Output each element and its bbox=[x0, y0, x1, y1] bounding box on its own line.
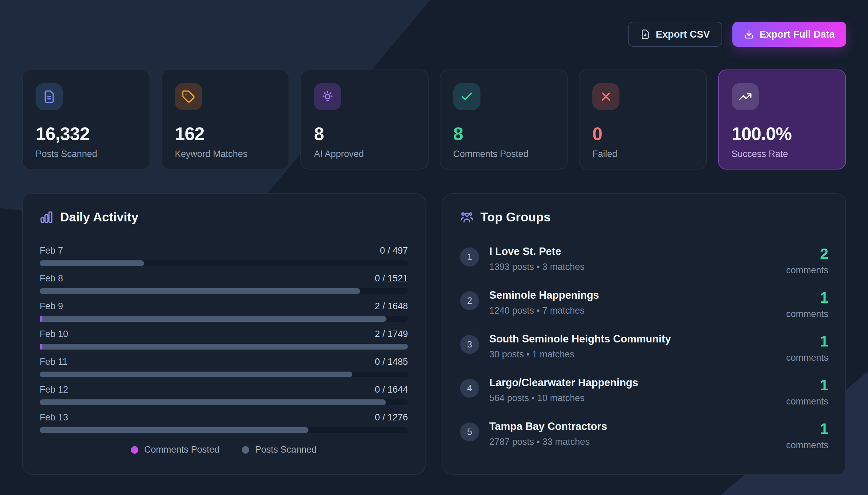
top-group-row: 4 Largo/Clearwater Happenings 564 posts … bbox=[460, 377, 828, 407]
daily-row-header: Feb 13 0 / 1276 bbox=[40, 412, 408, 423]
export-csv-label: Export CSV bbox=[656, 29, 710, 40]
export-full-data-label: Export Full Data bbox=[760, 29, 835, 40]
download-icon bbox=[744, 29, 754, 39]
stat-value: 100.0% bbox=[732, 123, 833, 144]
group-comments: 1 comments bbox=[786, 333, 828, 363]
daily-row-header: Feb 12 0 / 1644 bbox=[40, 385, 408, 395]
group-comments-count: 1 bbox=[786, 421, 828, 437]
rank-badge: 4 bbox=[460, 379, 479, 398]
stat-value: 8 bbox=[314, 123, 415, 144]
stat-card-posts-scanned: 16,332 Posts Scanned bbox=[22, 69, 150, 170]
daily-row-bar-track bbox=[40, 344, 408, 349]
document-icon bbox=[36, 83, 63, 110]
export-full-data-button[interactable]: Export Full Data bbox=[732, 22, 846, 47]
trending-up-icon bbox=[732, 83, 759, 110]
top-groups-title: Top Groups bbox=[480, 210, 551, 224]
daily-row-date: Feb 11 bbox=[40, 357, 67, 367]
daily-row-value: 0 / 497 bbox=[380, 245, 408, 256]
comments-posted-bar bbox=[40, 344, 42, 349]
daily-row-header: Feb 8 0 / 1521 bbox=[40, 273, 408, 284]
stat-card-keyword-matches: 162 Keyword Matches bbox=[161, 69, 290, 170]
group-comments-count: 1 bbox=[786, 289, 828, 306]
tag-icon bbox=[175, 83, 202, 110]
posts-scanned-bar bbox=[40, 316, 387, 322]
daily-row-value: 0 / 1521 bbox=[375, 273, 408, 284]
posts-scanned-bar bbox=[40, 260, 144, 266]
stat-label: Comments Posted bbox=[453, 149, 555, 159]
group-comments: 1 comments bbox=[786, 289, 828, 319]
stat-card-failed: 0 Failed bbox=[579, 69, 707, 170]
daily-row-date: Feb 8 bbox=[40, 273, 63, 284]
group-info: Seminole Happenings 1240 posts • 7 match… bbox=[489, 289, 599, 316]
daily-activity-row: Feb 7 0 / 497 bbox=[40, 245, 408, 266]
daily-activity-row: Feb 9 2 / 1648 bbox=[40, 301, 408, 322]
group-comments-label: comments bbox=[786, 440, 828, 450]
rank-badge: 5 bbox=[460, 423, 479, 441]
toolbar: Export CSV Export Full Data bbox=[628, 22, 846, 47]
stat-label: Success Rate bbox=[732, 149, 833, 159]
top-groups-panel: Top Groups 1 I Love St. Pete 1393 posts … bbox=[442, 193, 846, 475]
group-name: South Seminole Heights Community bbox=[489, 333, 671, 345]
daily-row-bar-track bbox=[40, 372, 408, 377]
stat-value: 16,332 bbox=[36, 123, 137, 144]
daily-row-bar-track bbox=[40, 427, 408, 433]
top-group-row: 5 Tampa Bay Contractors 2787 posts • 33 … bbox=[460, 421, 828, 450]
rank-badge: 3 bbox=[460, 335, 479, 354]
export-csv-button[interactable]: Export CSV bbox=[628, 22, 722, 47]
legend-label: Posts Scanned bbox=[255, 444, 317, 455]
group-meta: 564 posts • 10 matches bbox=[489, 393, 638, 404]
posts-scanned-bar bbox=[40, 372, 352, 377]
group-meta: 1393 posts • 3 matches bbox=[489, 262, 584, 272]
group-info: South Seminole Heights Community 30 post… bbox=[489, 333, 671, 360]
group-name: Seminole Happenings bbox=[489, 289, 599, 302]
x-icon bbox=[592, 83, 619, 110]
daily-row-bar-track bbox=[40, 260, 408, 266]
legend-comments-posted: Comments Posted bbox=[131, 444, 219, 455]
posts-scanned-bar bbox=[40, 344, 408, 349]
rank-badge: 2 bbox=[460, 291, 479, 310]
group-name: I Love St. Pete bbox=[489, 245, 584, 258]
top-groups-header: Top Groups bbox=[460, 210, 828, 224]
daily-row-value: 0 / 1644 bbox=[375, 385, 408, 395]
legend-posts-scanned: Posts Scanned bbox=[242, 444, 317, 455]
daily-row-date: Feb 10 bbox=[40, 329, 68, 339]
group-comments-label: comments bbox=[786, 309, 828, 319]
chart-legend: Comments Posted Posts Scanned bbox=[40, 444, 408, 455]
stat-card-success-rate: 100.0% Success Rate bbox=[718, 69, 846, 170]
daily-activity-header: Daily Activity bbox=[40, 210, 408, 224]
group-comments-count: 1 bbox=[786, 333, 828, 350]
daily-row-bar-track bbox=[40, 399, 408, 405]
daily-row-value: 2 / 1749 bbox=[375, 329, 408, 339]
stat-label: Keyword Matches bbox=[175, 149, 276, 159]
daily-row-header: Feb 9 2 / 1648 bbox=[40, 301, 408, 311]
daily-row-date: Feb 12 bbox=[40, 385, 68, 395]
daily-activity-row: Feb 13 0 / 1276 bbox=[40, 412, 408, 433]
group-info: Largo/Clearwater Happenings 564 posts • … bbox=[489, 377, 638, 404]
group-meta: 1240 posts • 7 matches bbox=[489, 306, 599, 316]
daily-activity-title: Daily Activity bbox=[60, 210, 138, 224]
comments-posted-bar bbox=[40, 316, 42, 322]
rank-badge: 1 bbox=[460, 248, 479, 267]
daily-activity-row: Feb 10 2 / 1749 bbox=[40, 329, 408, 349]
top-groups-list: 1 I Love St. Pete 1393 posts • 3 matches… bbox=[460, 245, 828, 450]
stat-card-ai-approved: 8 AI Approved bbox=[301, 69, 429, 170]
top-group-row: 3 South Seminole Heights Community 30 po… bbox=[460, 333, 828, 363]
daily-row-value: 0 / 1276 bbox=[375, 412, 408, 423]
stat-card-comments-posted: 8 Comments Posted bbox=[440, 69, 568, 170]
daily-row-header: Feb 11 0 / 1485 bbox=[40, 357, 408, 367]
daily-row-date: Feb 7 bbox=[40, 245, 63, 256]
daily-row-header: Feb 10 2 / 1749 bbox=[40, 329, 408, 339]
stat-value: 8 bbox=[453, 123, 555, 144]
daily-activity-rows: Feb 7 0 / 497 Feb 8 0 / 1521 Feb 9 2 / 1… bbox=[40, 245, 408, 433]
group-info: Tampa Bay Contractors 2787 posts • 33 ma… bbox=[489, 421, 607, 447]
group-comments: 1 comments bbox=[786, 421, 828, 450]
stat-label: Posts Scanned bbox=[36, 149, 137, 159]
stat-value: 162 bbox=[175, 123, 276, 144]
group-info: I Love St. Pete 1393 posts • 3 matches bbox=[489, 245, 584, 272]
posts-scanned-dot-icon bbox=[242, 446, 249, 454]
comments-posted-dot-icon bbox=[131, 446, 138, 454]
bar-chart-icon bbox=[40, 210, 53, 224]
group-comments-label: comments bbox=[786, 353, 828, 363]
posts-scanned-bar bbox=[40, 427, 309, 433]
group-comments-count: 2 bbox=[786, 245, 828, 262]
